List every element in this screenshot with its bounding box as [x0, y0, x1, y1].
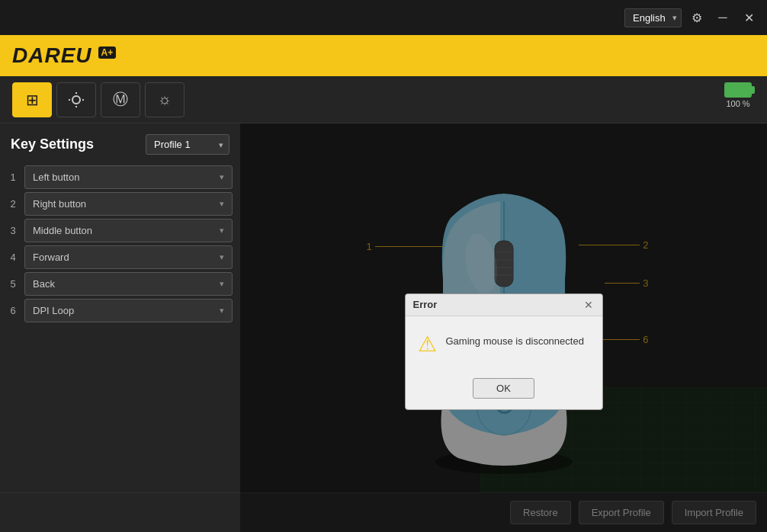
- profile-wrapper[interactable]: Profile 1 Profile 2 Profile 3: [146, 134, 229, 155]
- svg-point-0: [72, 96, 80, 104]
- header-bar: DAREU A+: [0, 35, 767, 76]
- key-num-1: 1: [8, 171, 18, 183]
- title-bar: English ⚙ ─ ✕: [0, 0, 767, 35]
- battery-percent: 100 %: [726, 99, 749, 108]
- key-num-3: 3: [8, 225, 18, 236]
- minimize-button[interactable]: ─: [712, 7, 733, 28]
- key-row: 6 DPI Loop: [8, 299, 233, 322]
- dialog-body: ⚠ Gaming mouse is disconnected: [406, 316, 602, 372]
- key-button-3[interactable]: Middle button: [24, 219, 233, 242]
- dialog-title: Error: [413, 299, 438, 310]
- tab-macro[interactable]: Ⓜ: [101, 82, 140, 117]
- settings-button[interactable]: ⚙: [686, 7, 708, 28]
- right-panel: 1: [240, 123, 767, 532]
- tab-dpi[interactable]: [56, 82, 96, 117]
- close-button[interactable]: ✕: [738, 7, 759, 28]
- key-num-5: 5: [8, 278, 18, 290]
- logo-text: DAREU: [12, 43, 92, 68]
- dialog-message: Gaming mouse is disconnected: [446, 332, 584, 348]
- error-dialog-overlay: Error ✕ ⚠ Gaming mouse is disconnected O…: [240, 123, 767, 532]
- key-row: 5 Back: [8, 272, 233, 296]
- main-content: Key Settings Profile 1 Profile 2 Profile…: [0, 123, 767, 532]
- language-select[interactable]: English: [624, 8, 682, 27]
- dialog-ok-button[interactable]: OK: [473, 378, 534, 399]
- sidebar: Key Settings Profile 1 Profile 2 Profile…: [0, 123, 240, 532]
- error-dialog: Error ✕ ⚠ Gaming mouse is disconnected O…: [405, 293, 603, 410]
- key-num-4: 4: [8, 252, 18, 263]
- logo: DAREU A+: [12, 43, 116, 68]
- key-button-4[interactable]: Forward: [24, 245, 233, 269]
- key-row: 3 Middle button: [8, 219, 233, 242]
- key-button-5[interactable]: Back: [24, 272, 233, 296]
- tab-key-settings[interactable]: ⊞: [12, 82, 52, 117]
- language-selector-wrapper[interactable]: English: [624, 8, 682, 27]
- toolbar: ⊞ Ⓜ ☼: [0, 76, 767, 123]
- key-button-6[interactable]: DPI Loop: [24, 299, 233, 322]
- warning-icon: ⚠: [418, 332, 437, 357]
- key-row: 1 Left button: [8, 165, 233, 189]
- profile-select[interactable]: Profile 1 Profile 2 Profile 3: [146, 134, 229, 155]
- key-row: 2 Right button: [8, 192, 233, 216]
- key-list: 1 Left button 2 Right button 3 Middle bu…: [0, 162, 240, 532]
- key-num-6: 6: [8, 305, 18, 316]
- key-num-2: 2: [8, 198, 18, 210]
- sidebar-header: Key Settings Profile 1 Profile 2 Profile…: [0, 127, 240, 162]
- sidebar-title: Key Settings: [11, 136, 94, 152]
- tab-lighting[interactable]: ☼: [145, 82, 185, 117]
- battery-fill: [726, 84, 750, 96]
- logo-plus: A+: [98, 46, 117, 59]
- dialog-title-bar: Error ✕: [406, 294, 602, 316]
- key-row: 4 Forward: [8, 245, 233, 269]
- battery-area: 100 %: [724, 82, 752, 108]
- battery-icon: [724, 82, 752, 98]
- dialog-close-button[interactable]: ✕: [582, 299, 595, 311]
- key-button-1[interactable]: Left button: [24, 165, 233, 189]
- dialog-footer: OK: [406, 372, 602, 409]
- key-button-2[interactable]: Right button: [24, 192, 233, 216]
